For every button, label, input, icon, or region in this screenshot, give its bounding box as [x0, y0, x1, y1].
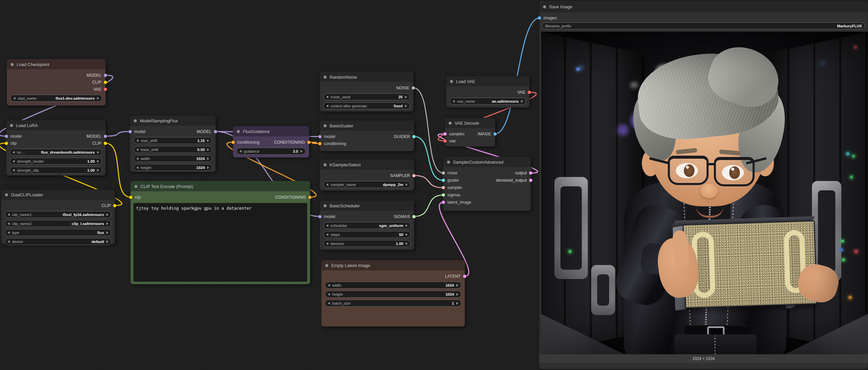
- LATENT-output-slot[interactable]: LATENT: [445, 274, 465, 279]
- model-input-dot[interactable]: [128, 130, 132, 133]
- sampler-input-slot[interactable]: sampler: [443, 185, 462, 190]
- collapse-dot-icon[interactable]: [325, 264, 328, 267]
- collapse-dot-icon[interactable]: [237, 130, 240, 133]
- MODEL-output-slot[interactable]: MODEL: [197, 129, 216, 134]
- latent_image-input-slot[interactable]: latent_image: [443, 200, 471, 205]
- SIGMAS-output-dot[interactable]: [412, 215, 416, 218]
- node-msflux[interactable]: ModelSamplingFluxmodelMODELmax_shift1.15…: [130, 115, 216, 172]
- decrement-arrow-icon[interactable]: [136, 166, 138, 169]
- decrement-arrow-icon[interactable]: [453, 100, 455, 103]
- node-basicguider[interactable]: BasicGuidermodelGUIDERconditioning: [319, 120, 414, 152]
- decrement-arrow-icon[interactable]: [136, 139, 138, 142]
- increment-arrow-icon[interactable]: [97, 97, 99, 100]
- VAE-output-slot[interactable]: VAE: [93, 87, 105, 92]
- node-header[interactable]: KSamplerSelect: [320, 160, 414, 170]
- decrement-arrow-icon[interactable]: [8, 231, 10, 234]
- LATENT-output-dot[interactable]: [463, 275, 466, 278]
- decrement-arrow-icon[interactable]: [13, 97, 16, 100]
- node-dualclip[interactable]: DualCLIPLoaderCLIPclip_name1t5xxl_fp16.s…: [1, 189, 115, 244]
- samples-input-dot[interactable]: [443, 132, 447, 136]
- widget-max-shift[interactable]: max_shift1.15: [133, 137, 212, 144]
- widget-control-after-generate[interactable]: control after generatefixed: [323, 102, 410, 109]
- node-graph-canvas[interactable]: Load CheckpointMODELCLIPVAEckpt_nameflux…: [0, 0, 868, 370]
- vae-input-slot[interactable]: vae: [445, 139, 456, 143]
- increment-arrow-icon[interactable]: [106, 222, 108, 225]
- widget-scheduler[interactable]: schedulersgm_uniform: [323, 222, 411, 229]
- node-header[interactable]: ModelSamplingFlux: [130, 116, 216, 126]
- clip-input-slot[interactable]: clip: [131, 195, 141, 200]
- model-input-slot[interactable]: model: [130, 129, 146, 134]
- collapse-dot-icon[interactable]: [323, 76, 327, 79]
- decrement-arrow-icon[interactable]: [326, 96, 328, 98]
- decrement-arrow-icon[interactable]: [326, 224, 328, 227]
- widget-filename-prefix[interactable]: filename_prefixMarkuryFLUX: [542, 22, 865, 29]
- prompt-textarea[interactable]: tjtoy toy holding sparkgpu gpu in a data…: [133, 203, 307, 282]
- node-ksampler[interactable]: KSamplerSelectSAMPLERsampler_namedpmpp_2…: [319, 159, 414, 191]
- VAE-output-slot[interactable]: VAE: [518, 90, 529, 95]
- decrement-arrow-icon[interactable]: [328, 293, 330, 296]
- SAMPLER-output-dot[interactable]: [412, 174, 416, 177]
- decrement-arrow-icon[interactable]: [8, 240, 10, 243]
- NOISE-output-dot[interactable]: [412, 86, 415, 90]
- conditioning-input-slot[interactable]: conditioning: [320, 141, 346, 146]
- node-header[interactable]: RandomNoise: [320, 72, 413, 82]
- widget-steps[interactable]: steps50: [323, 231, 411, 238]
- widget-lor[interactable]: lor ...flux_dreambooth.safetensors: [10, 149, 102, 156]
- collapse-dot-icon[interactable]: [543, 5, 546, 8]
- MODEL-output-dot[interactable]: [214, 130, 217, 133]
- collapse-dot-icon[interactable]: [323, 124, 327, 127]
- images-input-slot[interactable]: images: [539, 16, 557, 20]
- collapse-dot-icon[interactable]: [11, 63, 14, 66]
- increment-arrow-icon[interactable]: [406, 183, 408, 186]
- widget-vae-name[interactable]: vae_nameae.safetensors: [450, 98, 526, 105]
- model-input-dot[interactable]: [318, 135, 321, 138]
- increment-arrow-icon[interactable]: [406, 242, 408, 245]
- samples-input-slot[interactable]: samples: [445, 132, 465, 136]
- node-header[interactable]: CLIP Text Encode (Prompt): [131, 181, 310, 191]
- conditioning-input-dot[interactable]: [318, 142, 321, 145]
- clip-input-dot[interactable]: [129, 196, 132, 199]
- collapse-dot-icon[interactable]: [450, 80, 453, 83]
- collapse-dot-icon[interactable]: [449, 122, 452, 125]
- MODEL-output-slot[interactable]: MODEL: [87, 134, 105, 139]
- images-input-dot[interactable]: [538, 16, 541, 20]
- widget-ckpt-name[interactable]: ckpt_nameflux1-dev.safetensors: [10, 95, 102, 102]
- model-input-slot[interactable]: model: [320, 214, 335, 219]
- increment-arrow-icon[interactable]: [405, 96, 407, 98]
- widget-denoise[interactable]: denoise1.00: [323, 240, 411, 247]
- CLIP-output-dot[interactable]: [104, 81, 107, 84]
- widget-height[interactable]: height1024: [133, 164, 212, 171]
- widget-device[interactable]: devicedefault: [5, 238, 112, 245]
- decrement-arrow-icon[interactable]: [240, 150, 242, 153]
- widget-sampler-name[interactable]: sampler_namedpmpp_2m: [323, 181, 411, 188]
- GUIDER-output-slot[interactable]: GUIDER: [394, 134, 414, 139]
- generated-image-preview[interactable]: [541, 32, 868, 354]
- SAMPLER-output-slot[interactable]: SAMPLER: [390, 173, 414, 178]
- node-basicscheduler[interactable]: BasicSchedulermodelSIGMASschedulersgm_un…: [319, 200, 414, 250]
- node-header[interactable]: Save Image: [539, 1, 868, 12]
- model-input-slot[interactable]: model: [320, 134, 335, 139]
- guider-input-dot[interactable]: [442, 179, 445, 182]
- decrement-arrow-icon[interactable]: [328, 284, 330, 287]
- CONDITIONING-output-dot[interactable]: [308, 196, 312, 199]
- node-sca[interactable]: SamplerCustomAdvancednoiseoutputguiderde…: [443, 157, 531, 211]
- model-input-dot[interactable]: [5, 135, 8, 138]
- output-output-dot[interactable]: [529, 171, 532, 175]
- CLIP-output-dot[interactable]: [104, 142, 107, 145]
- node-fluxguidance[interactable]: FluxGuidanceconditioningCONDITIONINGguid…: [233, 126, 309, 158]
- widget-strength-clip[interactable]: strength_clip1.00: [10, 167, 102, 174]
- increment-arrow-icon[interactable]: [106, 213, 108, 216]
- node-emptylatent[interactable]: Empty Latent ImageLATENTwidth1024height1…: [321, 260, 465, 327]
- CLIP-output-slot[interactable]: CLIP: [92, 80, 105, 85]
- increment-arrow-icon[interactable]: [207, 166, 209, 169]
- widget-strength-model[interactable]: strength_model1.00: [10, 158, 102, 165]
- collapse-dot-icon[interactable]: [447, 161, 450, 164]
- node-header[interactable]: Load Checkpoint: [7, 59, 105, 69]
- collapse-dot-icon[interactable]: [323, 163, 327, 166]
- widget-noise-seed[interactable]: noise_seed25: [323, 93, 410, 100]
- node-header[interactable]: Empty Latent Image: [321, 260, 465, 270]
- increment-arrow-icon[interactable]: [456, 302, 458, 305]
- guider-input-slot[interactable]: guider: [443, 178, 459, 183]
- latent_image-input-dot[interactable]: [442, 201, 445, 204]
- GUIDER-output-dot[interactable]: [412, 135, 416, 138]
